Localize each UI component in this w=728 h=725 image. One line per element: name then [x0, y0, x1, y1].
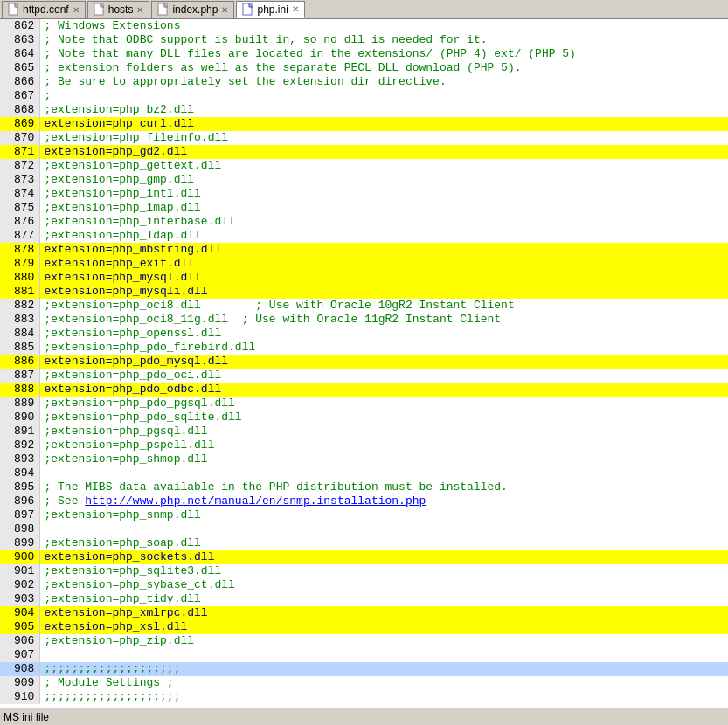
table-row: 885;extension=php_pdo_firebird.dll — [0, 341, 728, 355]
disabled-extension: ;extension=php_bz2.dll — [44, 103, 194, 116]
comment-text: ; Be sure to appropriately set the exten… — [44, 75, 446, 88]
table-row: 893;extension=php_shmop.dll — [0, 452, 728, 466]
line-content: ;extension=php_oci8.dll ; Use with Oracl… — [40, 299, 728, 313]
table-row: 903;extension=php_tidy.dll — [0, 592, 728, 606]
line-content: ; See http://www.php.net/manual/en/snmp.… — [40, 494, 728, 508]
disabled-extension: ;extension=php_sqlite3.dll — [44, 564, 221, 577]
line-content: ;extension=php_imap.dll — [40, 201, 728, 215]
line-content: ;extension=php_zip.dll — [40, 634, 728, 648]
disabled-extension: ;extension=php_oci8.dll ; Use with Oracl… — [44, 299, 514, 312]
line-number: 882 — [0, 299, 40, 313]
disabled-extension: ;extension=php_openssl.dll — [44, 327, 221, 340]
line-content: ;extension=php_pdo_sqlite.dll — [40, 411, 728, 425]
table-row: 863; Note that ODBC support is built in,… — [0, 33, 728, 47]
table-row: 901;extension=php_sqlite3.dll — [0, 564, 728, 578]
disabled-extension: ;extension=php_imap.dll — [44, 201, 200, 214]
table-row: 895; The MIBS data available in the PHP … — [0, 480, 728, 494]
line-content: extension=php_exif.dll — [40, 257, 728, 271]
status-text: MS ini file — [3, 711, 49, 723]
table-row: 902;extension=php_sybase_ct.dll — [0, 578, 728, 592]
disabled-extension: ;extension=php_pspell.dll — [44, 438, 214, 452]
code-container[interactable]: 862; Windows Extensions863; Note that OD… — [0, 19, 728, 708]
line-number: 891 — [0, 425, 40, 438]
table-row: 908;;;;;;;;;;;;;;;;;;;; — [0, 662, 728, 676]
line-number: 908 — [0, 662, 40, 676]
disabled-extension: ;extension=php_shmop.dll — [44, 452, 207, 466]
table-row: 872;extension=php_gettext.dll — [0, 159, 728, 173]
line-content: ;extension=php_fileinfo.dll — [40, 131, 728, 145]
table-row: 905extension=php_xsl.dll — [0, 620, 728, 634]
line-content — [40, 522, 728, 536]
line-content: ;extension=php_gmp.dll — [40, 173, 728, 187]
comment-text: ; Note that ODBC support is built in, so… — [44, 33, 487, 46]
line-content: ;extension=php_ldap.dll — [40, 229, 728, 243]
line-content: ;extension=php_oci8_11g.dll ; Use with O… — [40, 313, 728, 327]
line-number: 890 — [0, 411, 40, 425]
line-content: ; Windows Extensions — [40, 19, 728, 33]
table-row: 910;;;;;;;;;;;;;;;;;;;; — [0, 690, 728, 704]
line-content: extension=php_curl.dll — [40, 117, 728, 131]
tab-close-httpd[interactable]: ✕ — [73, 5, 80, 15]
disabled-extension: ;extension=php_ldap.dll — [44, 229, 200, 242]
line-number: 886 — [0, 355, 40, 369]
tab-close-phpini[interactable]: ✕ — [292, 4, 299, 14]
line-number: 866 — [0, 75, 40, 89]
comment-text: ;;;;;;;;;;;;;;;;;;;; — [44, 690, 180, 703]
line-content: ;extension=php_pdo_firebird.dll — [40, 341, 728, 355]
tab-icon-hosts — [94, 3, 106, 16]
table-row: 879extension=php_exif.dll — [0, 257, 728, 271]
line-number: 897 — [0, 508, 40, 522]
line-number: 907 — [0, 648, 40, 662]
line-content: ;extension=php_sybase_ct.dll — [40, 578, 728, 592]
line-content: ; — [40, 89, 728, 103]
tab-phpini[interactable]: php.ini✕ — [236, 1, 304, 18]
line-content: ;extension=php_snmp.dll — [40, 508, 728, 522]
table-row: 862; Windows Extensions — [0, 19, 728, 33]
line-content: ;extension=php_tidy.dll — [40, 592, 728, 606]
table-row: 906;extension=php_zip.dll — [0, 634, 728, 648]
line-number: 870 — [0, 131, 40, 145]
disabled-extension: ;extension=php_gettext.dll — [44, 159, 221, 172]
tab-close-hosts[interactable]: ✕ — [136, 5, 143, 15]
line-number: 903 — [0, 592, 40, 606]
comment-text: ; extension folders as well as the separ… — [44, 61, 521, 74]
line-number: 883 — [0, 313, 40, 327]
disabled-extension: ;extension=php_fileinfo.dll — [44, 131, 228, 144]
tab-icon-phpini — [242, 3, 254, 16]
line-number: 909 — [0, 676, 40, 690]
tab-httpd[interactable]: httpd.conf✕ — [2, 1, 86, 18]
line-content — [40, 648, 728, 662]
comment-text: ; Module Settings ; — [44, 676, 173, 689]
line-number: 901 — [0, 564, 40, 578]
line-content: extension=php_mysqli.dll — [40, 285, 728, 299]
line-content: ;extension=php_pdo_pgsql.dll — [40, 397, 728, 411]
table-row: 907 — [0, 648, 728, 662]
table-row: 891;extension=php_pgsql.dll — [0, 425, 728, 438]
tab-label-httpd: httpd.conf — [23, 3, 69, 16]
tab-index[interactable]: index.php✕ — [151, 1, 234, 18]
disabled-extension: ;extension=php_snmp.dll — [44, 508, 200, 521]
line-content: extension=php_pdo_mysql.dll — [40, 355, 728, 369]
table-row: 882;extension=php_oci8.dll ; Use with Or… — [0, 299, 728, 313]
tab-hosts[interactable]: hosts✕ — [87, 1, 150, 18]
line-number: 874 — [0, 187, 40, 201]
table-row: 865; extension folders as well as the se… — [0, 61, 728, 75]
line-content: ;extension=php_pgsql.dll — [40, 425, 728, 438]
line-content: ;extension=php_bz2.dll — [40, 103, 728, 117]
table-row: 877;extension=php_ldap.dll — [0, 229, 728, 243]
url-link[interactable]: http://www.php.net/manual/en/snmp.instal… — [85, 494, 426, 508]
line-number: 872 — [0, 159, 40, 173]
comment-text: ;;;;;;;;;;;;;;;;;;;; — [44, 662, 180, 675]
line-content: ;extension=php_pdo_oci.dll — [40, 369, 728, 383]
disabled-extension: ;extension=php_pdo_oci.dll — [44, 369, 221, 382]
table-row: 876;extension=php_interbase.dll — [0, 215, 728, 229]
line-number: 869 — [0, 117, 40, 131]
tab-close-index[interactable]: ✕ — [221, 5, 228, 15]
disabled-extension: ;extension=php_oci8_11g.dll ; Use with O… — [44, 313, 501, 326]
table-row: 864; Note that many DLL files are locate… — [0, 47, 728, 61]
tab-label-index: index.php — [172, 3, 218, 16]
active-extension: extension=php_pdo_mysql.dll — [44, 355, 228, 368]
disabled-extension: ;extension=php_zip.dll — [44, 634, 194, 647]
table-row: 880extension=php_mysql.dll — [0, 271, 728, 285]
line-number: 894 — [0, 466, 40, 480]
